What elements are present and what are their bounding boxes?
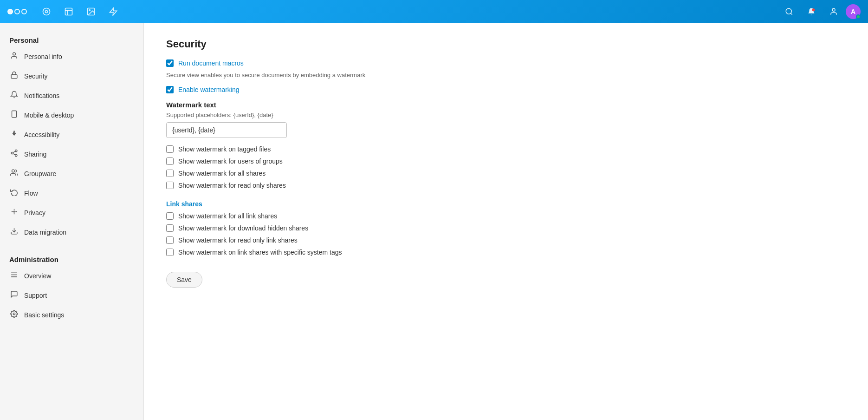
groupware-label: Groupware	[24, 170, 56, 177]
svg-marker-7	[110, 8, 117, 16]
sharing-label: Sharing	[24, 151, 46, 158]
sidebar-item-flow[interactable]: Flow	[0, 184, 143, 203]
topbar: A	[0, 0, 868, 23]
enable-watermarking-checkbox[interactable]	[166, 86, 174, 93]
topbar-nav	[36, 1, 779, 22]
run-macros-label[interactable]: Run document macros	[178, 59, 244, 67]
save-button[interactable]: Save	[166, 272, 202, 288]
lock-icon	[9, 71, 19, 81]
admin-section-title: Administration	[0, 250, 143, 266]
show-all-shares-row: Show watermark for all shares	[166, 170, 846, 177]
flow-icon	[9, 188, 19, 198]
show-read-only-label[interactable]: Show watermark for read only shares	[178, 182, 286, 189]
privacy-icon	[9, 208, 19, 218]
sidebar-item-mobile[interactable]: Mobile & desktop	[0, 105, 143, 125]
logo-circle-3	[21, 9, 27, 14]
overview-label: Overview	[24, 272, 51, 280]
files-nav-item[interactable]	[58, 1, 79, 22]
svg-line-20	[13, 154, 15, 155]
avatar-status-indicator	[856, 14, 861, 19]
enable-watermarking-row: Enable watermarking	[166, 86, 846, 93]
sharing-icon	[9, 149, 19, 159]
show-download-hidden-row: Show watermark for download hidden share…	[166, 224, 846, 232]
contacts-button[interactable]	[823, 1, 844, 22]
data-migration-label: Data migration	[24, 229, 66, 236]
logo-circle-2	[14, 9, 20, 14]
placeholder-hint: Supported placeholders: {userId}, {date}	[166, 112, 846, 118]
sidebar-item-privacy[interactable]: Privacy	[0, 203, 143, 223]
watermark-description: Secure view enables you to secure docume…	[166, 72, 846, 79]
svg-point-1	[45, 11, 48, 13]
sidebar-item-personal-info[interactable]: Personal info	[0, 47, 143, 66]
accessibility-icon	[9, 130, 19, 140]
groupware-icon	[9, 169, 19, 179]
show-tagged-row: Show watermark on tagged files	[166, 145, 846, 153]
svg-point-28	[13, 313, 15, 315]
accessibility-label: Accessibility	[24, 131, 59, 138]
mobile-label: Mobile & desktop	[24, 112, 74, 119]
watermark-text-input[interactable]	[166, 122, 287, 138]
notifications-label: Notifications	[24, 92, 59, 99]
sidebar-item-data-migration[interactable]: Data migration	[0, 223, 143, 242]
show-all-link-shares-checkbox[interactable]	[166, 212, 174, 220]
svg-point-19	[15, 154, 17, 156]
overview-icon	[9, 271, 19, 281]
show-groups-row: Show watermark for users of groups	[166, 158, 846, 165]
svg-point-18	[11, 152, 13, 154]
sidebar-item-accessibility[interactable]: Accessibility	[0, 125, 143, 144]
support-icon	[9, 290, 19, 301]
show-groups-checkbox[interactable]	[166, 158, 174, 165]
page-title: Security	[166, 38, 846, 50]
svg-point-10	[812, 8, 815, 11]
show-tagged-checkbox[interactable]	[166, 145, 174, 153]
app-logo[interactable]	[7, 9, 27, 14]
notifications-button[interactable]	[801, 1, 822, 22]
show-read-only-link-label[interactable]: Show watermark for read only link shares	[178, 236, 298, 244]
sidebar-item-support[interactable]: Support	[0, 286, 143, 305]
show-read-only-link-row: Show watermark for read only link shares	[166, 236, 846, 244]
sidebar-item-notifications[interactable]: Notifications	[0, 86, 143, 105]
svg-line-9	[790, 13, 792, 14]
activity-nav-item[interactable]	[103, 1, 123, 22]
show-system-tags-checkbox[interactable]	[166, 249, 174, 256]
security-label: Security	[24, 72, 48, 80]
settings-icon	[9, 310, 19, 320]
basic-settings-label: Basic settings	[24, 311, 64, 319]
user-avatar[interactable]: A	[846, 4, 861, 19]
main-layout: Personal Personal info Security Notifica…	[0, 23, 868, 420]
enable-watermarking-label[interactable]: Enable watermarking	[178, 86, 240, 93]
show-system-tags-row: Show watermark on link shares with speci…	[166, 249, 846, 256]
run-macros-row: Run document macros	[166, 59, 846, 67]
show-all-shares-checkbox[interactable]	[166, 170, 174, 177]
show-tagged-label[interactable]: Show watermark on tagged files	[178, 145, 271, 153]
logo-circle-1	[7, 9, 13, 14]
sidebar-item-sharing[interactable]: Sharing	[0, 144, 143, 164]
show-system-tags-label[interactable]: Show watermark on link shares with speci…	[178, 249, 342, 256]
search-button[interactable]	[779, 1, 799, 22]
show-all-link-shares-row: Show watermark for all link shares	[166, 212, 846, 220]
svg-point-22	[12, 170, 14, 172]
sidebar-item-groupware[interactable]: Groupware	[0, 164, 143, 184]
show-download-hidden-label[interactable]: Show watermark for download hidden share…	[178, 224, 308, 232]
show-read-only-link-checkbox[interactable]	[166, 236, 174, 244]
run-macros-checkbox[interactable]	[166, 59, 174, 67]
show-download-hidden-checkbox[interactable]	[166, 224, 174, 232]
show-all-shares-label[interactable]: Show watermark for all shares	[178, 170, 266, 177]
person-icon	[9, 52, 19, 62]
svg-point-11	[832, 8, 835, 11]
show-read-only-checkbox[interactable]	[166, 182, 174, 189]
photos-nav-item[interactable]	[81, 1, 101, 22]
show-read-only-row: Show watermark for read only shares	[166, 182, 846, 189]
personal-info-label: Personal info	[24, 53, 62, 60]
flow-label: Flow	[24, 190, 38, 197]
sidebar-item-basic-settings[interactable]: Basic settings	[0, 305, 143, 325]
download-icon	[9, 227, 19, 237]
home-nav-item[interactable]	[36, 1, 57, 22]
show-all-link-shares-label[interactable]: Show watermark for all link shares	[178, 212, 277, 220]
sidebar-item-security[interactable]: Security	[0, 66, 143, 86]
mobile-icon	[9, 110, 19, 120]
show-groups-label[interactable]: Show watermark for users of groups	[178, 158, 283, 165]
sidebar-divider	[9, 246, 134, 246]
svg-point-17	[15, 150, 17, 151]
sidebar-item-overview[interactable]: Overview	[0, 266, 143, 286]
